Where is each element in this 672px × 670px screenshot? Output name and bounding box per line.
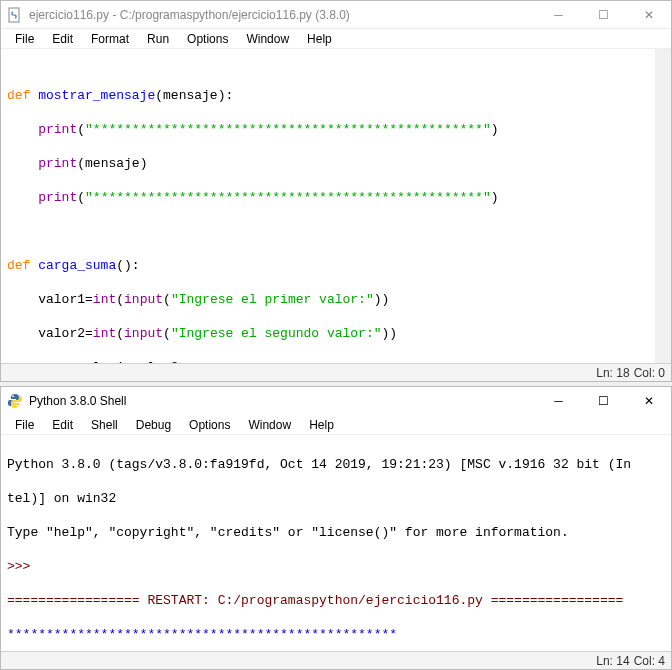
minimize-button[interactable]: ─: [536, 387, 581, 415]
editor-titlebar[interactable]: ejercicio116.py - C:/programaspython/eje…: [1, 1, 671, 29]
status-col: Col: 4: [634, 654, 665, 668]
editor-statusbar: Ln: 18 Col: 0: [1, 363, 671, 381]
menu-run[interactable]: Run: [139, 31, 177, 47]
svg-point-2: [16, 405, 18, 407]
code-editor[interactable]: def mostrar_mensaje(mensaje): print("***…: [1, 49, 671, 363]
window-controls: ─ ☐ ✕: [536, 1, 671, 28]
python-shell-icon: [7, 393, 23, 409]
status-line: Ln: 18: [596, 366, 629, 380]
status-line: Ln: 14: [596, 654, 629, 668]
menu-help[interactable]: Help: [299, 31, 340, 47]
close-button[interactable]: ✕: [626, 1, 671, 28]
maximize-button[interactable]: ☐: [581, 387, 626, 415]
python-file-icon: [7, 7, 23, 23]
menu-window[interactable]: Window: [240, 417, 299, 433]
menu-edit[interactable]: Edit: [44, 31, 81, 47]
shell-titlebar[interactable]: Python 3.8.0 Shell ─ ☐ ✕: [1, 387, 671, 415]
menu-window[interactable]: Window: [238, 31, 297, 47]
svg-point-1: [12, 395, 14, 397]
status-col: Col: 0: [634, 366, 665, 380]
menu-edit[interactable]: Edit: [44, 417, 81, 433]
shell-output[interactable]: Python 3.8.0 (tags/v3.8.0:fa919fd, Oct 1…: [1, 435, 671, 651]
menu-debug[interactable]: Debug: [128, 417, 179, 433]
scrollbar[interactable]: [655, 49, 671, 363]
shell-statusbar: Ln: 14 Col: 4: [1, 651, 671, 669]
editor-title: ejercicio116.py - C:/programaspython/eje…: [29, 8, 536, 22]
menu-shell[interactable]: Shell: [83, 417, 126, 433]
editor-menubar: File Edit Format Run Options Window Help: [1, 29, 671, 49]
menu-help[interactable]: Help: [301, 417, 342, 433]
minimize-button[interactable]: ─: [536, 1, 581, 28]
menu-file[interactable]: File: [7, 417, 42, 433]
menu-options[interactable]: Options: [181, 417, 238, 433]
shell-title: Python 3.8.0 Shell: [29, 394, 536, 408]
menu-options[interactable]: Options: [179, 31, 236, 47]
menu-format[interactable]: Format: [83, 31, 137, 47]
shell-menubar: File Edit Shell Debug Options Window Hel…: [1, 415, 671, 435]
close-button[interactable]: ✕: [626, 387, 671, 415]
menu-file[interactable]: File: [7, 31, 42, 47]
shell-window: Python 3.8.0 Shell ─ ☐ ✕ File Edit Shell…: [0, 386, 672, 670]
maximize-button[interactable]: ☐: [581, 1, 626, 28]
editor-window: ejercicio116.py - C:/programaspython/eje…: [0, 0, 672, 382]
window-controls: ─ ☐ ✕: [536, 387, 671, 415]
